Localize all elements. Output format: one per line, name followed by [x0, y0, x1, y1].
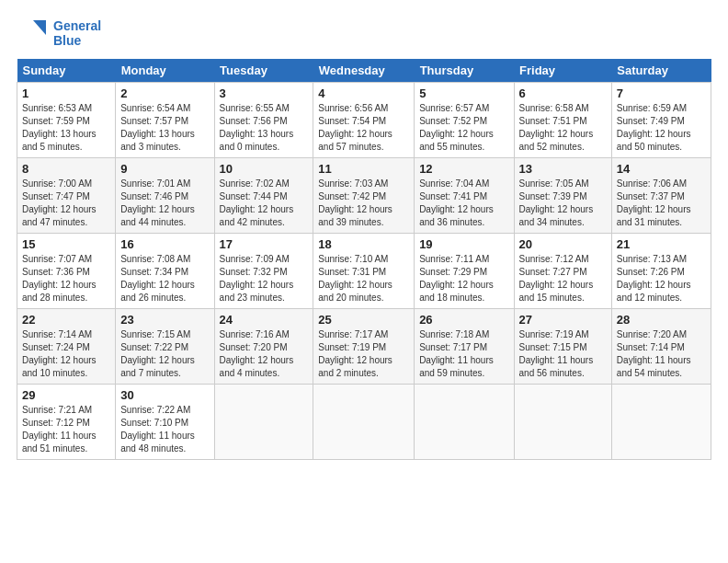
week-row-5: 29Sunrise: 7:21 AM Sunset: 7:12 PM Dayli…	[17, 385, 711, 460]
day-detail: Sunrise: 6:55 AM Sunset: 7:56 PM Dayligh…	[220, 103, 294, 152]
col-header-friday: Friday	[514, 59, 611, 83]
day-number: 15	[22, 237, 110, 251]
day-cell: 9Sunrise: 7:01 AM Sunset: 7:46 PM Daylig…	[116, 158, 214, 234]
day-number: 24	[220, 313, 309, 327]
day-number: 29	[22, 388, 110, 402]
day-cell	[611, 385, 711, 460]
col-header-saturday: Saturday	[611, 59, 711, 83]
day-number: 20	[519, 237, 607, 251]
day-number: 28	[617, 313, 706, 327]
day-cell: 18Sunrise: 7:10 AM Sunset: 7:31 PM Dayli…	[313, 234, 415, 309]
day-cell: 15Sunrise: 7:07 AM Sunset: 7:36 PM Dayli…	[17, 234, 116, 309]
day-detail: Sunrise: 7:03 AM Sunset: 7:42 PM Dayligh…	[318, 178, 392, 227]
week-row-2: 8Sunrise: 7:00 AM Sunset: 7:47 PM Daylig…	[17, 158, 711, 234]
day-cell: 5Sunrise: 6:57 AM Sunset: 7:52 PM Daylig…	[415, 83, 514, 158]
day-cell: 21Sunrise: 7:13 AM Sunset: 7:26 PM Dayli…	[611, 234, 711, 309]
day-number: 19	[419, 237, 508, 251]
day-detail: Sunrise: 6:54 AM Sunset: 7:57 PM Dayligh…	[120, 103, 195, 152]
day-number: 25	[318, 313, 409, 327]
day-cell: 10Sunrise: 7:02 AM Sunset: 7:44 PM Dayli…	[214, 158, 313, 234]
day-detail: Sunrise: 7:07 AM Sunset: 7:36 PM Dayligh…	[22, 254, 97, 303]
header: GeneralBlue	[17, 17, 711, 50]
day-cell: 29Sunrise: 7:21 AM Sunset: 7:12 PM Dayli…	[17, 385, 116, 460]
day-cell: 1Sunrise: 6:53 AM Sunset: 7:59 PM Daylig…	[17, 83, 116, 158]
day-number: 6	[519, 86, 607, 100]
col-header-wednesday: Wednesday	[313, 59, 415, 83]
page: GeneralBlue SundayMondayTuesdayWednesday…	[0, 0, 728, 469]
day-detail: Sunrise: 7:14 AM Sunset: 7:24 PM Dayligh…	[22, 329, 97, 378]
day-cell: 13Sunrise: 7:05 AM Sunset: 7:39 PM Dayli…	[514, 158, 611, 234]
day-detail: Sunrise: 6:58 AM Sunset: 7:51 PM Dayligh…	[519, 103, 594, 152]
day-detail: Sunrise: 7:16 AM Sunset: 7:20 PM Dayligh…	[220, 329, 294, 378]
day-cell: 22Sunrise: 7:14 AM Sunset: 7:24 PM Dayli…	[17, 309, 116, 385]
day-detail: Sunrise: 6:56 AM Sunset: 7:54 PM Dayligh…	[318, 103, 392, 152]
day-cell: 28Sunrise: 7:20 AM Sunset: 7:14 PM Dayli…	[611, 309, 711, 385]
calendar-table: SundayMondayTuesdayWednesdayThursdayFrid…	[17, 59, 711, 460]
day-cell	[514, 385, 611, 460]
logo-text: GeneralBlue	[53, 18, 101, 48]
day-detail: Sunrise: 7:18 AM Sunset: 7:17 PM Dayligh…	[419, 329, 494, 378]
day-number: 11	[318, 162, 409, 176]
day-detail: Sunrise: 7:06 AM Sunset: 7:37 PM Dayligh…	[617, 178, 691, 227]
day-cell: 17Sunrise: 7:09 AM Sunset: 7:32 PM Dayli…	[214, 234, 313, 309]
day-cell	[415, 385, 514, 460]
day-number: 1	[22, 86, 110, 100]
week-row-4: 22Sunrise: 7:14 AM Sunset: 7:24 PM Dayli…	[17, 309, 711, 385]
day-cell: 26Sunrise: 7:18 AM Sunset: 7:17 PM Dayli…	[415, 309, 514, 385]
day-detail: Sunrise: 7:05 AM Sunset: 7:39 PM Dayligh…	[519, 178, 594, 227]
day-cell	[313, 385, 415, 460]
column-header-row: SundayMondayTuesdayWednesdayThursdayFrid…	[17, 59, 711, 83]
col-header-thursday: Thursday	[415, 59, 514, 83]
day-number: 26	[419, 313, 508, 327]
day-detail: Sunrise: 6:57 AM Sunset: 7:52 PM Dayligh…	[419, 103, 494, 152]
day-number: 4	[318, 86, 409, 100]
day-cell: 11Sunrise: 7:03 AM Sunset: 7:42 PM Dayli…	[313, 158, 415, 234]
day-cell: 20Sunrise: 7:12 AM Sunset: 7:27 PM Dayli…	[514, 234, 611, 309]
day-detail: Sunrise: 7:20 AM Sunset: 7:14 PM Dayligh…	[617, 329, 691, 378]
day-detail: Sunrise: 6:59 AM Sunset: 7:49 PM Dayligh…	[617, 103, 691, 152]
day-cell: 24Sunrise: 7:16 AM Sunset: 7:20 PM Dayli…	[214, 309, 313, 385]
day-number: 10	[220, 162, 309, 176]
day-number: 22	[22, 313, 110, 327]
logo-blue: Blue	[53, 33, 101, 48]
day-cell: 25Sunrise: 7:17 AM Sunset: 7:19 PM Dayli…	[313, 309, 415, 385]
logo-general: General	[53, 18, 101, 33]
week-row-3: 15Sunrise: 7:07 AM Sunset: 7:36 PM Dayli…	[17, 234, 711, 309]
day-number: 3	[220, 86, 309, 100]
day-number: 12	[419, 162, 508, 176]
day-cell: 27Sunrise: 7:19 AM Sunset: 7:15 PM Dayli…	[514, 309, 611, 385]
day-detail: Sunrise: 7:19 AM Sunset: 7:15 PM Dayligh…	[519, 329, 594, 378]
col-header-monday: Monday	[116, 59, 214, 83]
day-detail: Sunrise: 7:11 AM Sunset: 7:29 PM Dayligh…	[419, 254, 494, 303]
day-cell: 14Sunrise: 7:06 AM Sunset: 7:37 PM Dayli…	[611, 158, 711, 234]
day-detail: Sunrise: 7:02 AM Sunset: 7:44 PM Dayligh…	[220, 178, 294, 227]
day-number: 14	[617, 162, 706, 176]
day-cell: 4Sunrise: 6:56 AM Sunset: 7:54 PM Daylig…	[313, 83, 415, 158]
day-detail: Sunrise: 7:21 AM Sunset: 7:12 PM Dayligh…	[22, 405, 97, 454]
day-cell: 19Sunrise: 7:11 AM Sunset: 7:29 PM Dayli…	[415, 234, 514, 309]
day-number: 21	[617, 237, 706, 251]
day-number: 18	[318, 237, 409, 251]
day-cell: 30Sunrise: 7:22 AM Sunset: 7:10 PM Dayli…	[116, 385, 214, 460]
day-number: 2	[120, 86, 209, 100]
day-number: 9	[120, 162, 209, 176]
day-cell: 23Sunrise: 7:15 AM Sunset: 7:22 PM Dayli…	[116, 309, 214, 385]
day-detail: Sunrise: 7:17 AM Sunset: 7:19 PM Dayligh…	[318, 329, 392, 378]
day-cell: 6Sunrise: 6:58 AM Sunset: 7:51 PM Daylig…	[514, 83, 611, 158]
day-detail: Sunrise: 7:12 AM Sunset: 7:27 PM Dayligh…	[519, 254, 594, 303]
day-number: 30	[120, 388, 209, 402]
logo-svg	[17, 17, 50, 50]
day-detail: Sunrise: 7:00 AM Sunset: 7:47 PM Dayligh…	[22, 178, 97, 227]
col-header-tuesday: Tuesday	[214, 59, 313, 83]
day-cell: 16Sunrise: 7:08 AM Sunset: 7:34 PM Dayli…	[116, 234, 214, 309]
day-detail: Sunrise: 6:53 AM Sunset: 7:59 PM Dayligh…	[22, 103, 97, 152]
day-number: 27	[519, 313, 607, 327]
day-detail: Sunrise: 7:08 AM Sunset: 7:34 PM Dayligh…	[120, 254, 195, 303]
week-row-1: 1Sunrise: 6:53 AM Sunset: 7:59 PM Daylig…	[17, 83, 711, 158]
day-number: 13	[519, 162, 607, 176]
day-detail: Sunrise: 7:10 AM Sunset: 7:31 PM Dayligh…	[318, 254, 392, 303]
day-number: 5	[419, 86, 508, 100]
day-cell	[214, 385, 313, 460]
day-detail: Sunrise: 7:22 AM Sunset: 7:10 PM Dayligh…	[120, 405, 195, 454]
day-cell: 7Sunrise: 6:59 AM Sunset: 7:49 PM Daylig…	[611, 83, 711, 158]
